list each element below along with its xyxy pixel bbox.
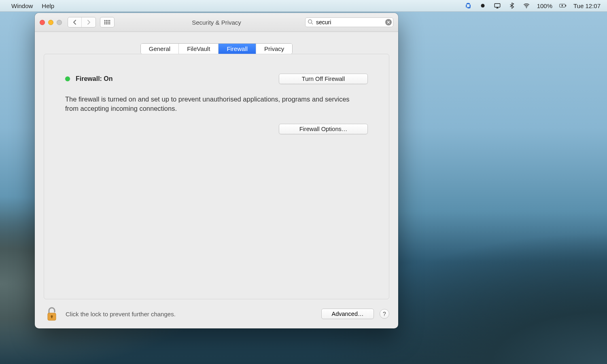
- svg-point-9: [104, 22, 106, 23]
- search-clear-button[interactable]: [385, 19, 392, 25]
- lock-icon[interactable]: [44, 306, 60, 322]
- bluetooth-icon[interactable]: [508, 2, 516, 10]
- window-titlebar: Security & Privacy: [35, 13, 398, 32]
- toolbar-search: [305, 17, 393, 27]
- svg-rect-21: [51, 316, 53, 318]
- window-close-button[interactable]: [40, 20, 45, 25]
- svg-point-0: [481, 4, 484, 8]
- svg-point-14: [106, 23, 107, 25]
- menubar-clock[interactable]: Tue 12:07: [573, 2, 601, 9]
- lock-hint-text: Click the lock to prevent further change…: [66, 311, 176, 317]
- window-minimize-button[interactable]: [48, 20, 53, 25]
- svg-point-8: [109, 20, 110, 21]
- firewall-options-button[interactable]: Firewall Options…: [279, 124, 368, 134]
- svg-point-10: [106, 22, 107, 23]
- show-all-prefs-button[interactable]: [100, 17, 115, 28]
- menubar-item-window[interactable]: Window: [11, 2, 33, 9]
- svg-point-13: [104, 23, 106, 25]
- firewall-pane: Firewall: On Turn Off Firewall The firew…: [44, 54, 389, 299]
- firewall-description: The firewall is turned on and set up to …: [65, 95, 365, 113]
- turn-off-firewall-button[interactable]: Turn Off Firewall: [279, 74, 368, 84]
- pref-tabs: General FileVault Firewall Privacy: [140, 43, 293, 54]
- battery-percent[interactable]: 100%: [537, 2, 552, 9]
- help-button[interactable]: ?: [380, 309, 389, 319]
- tab-filevault[interactable]: FileVault: [179, 44, 219, 54]
- forward-button: [82, 17, 96, 27]
- system-preferences-window: Security & Privacy General FileVault Fir…: [35, 13, 398, 328]
- airplay-icon[interactable]: [493, 2, 501, 10]
- window-traffic-lights: [40, 20, 62, 25]
- svg-point-12: [109, 22, 110, 23]
- macos-menubar: Window Help 100% Tue 12:07: [0, 0, 607, 12]
- firewall-status-dot: [65, 76, 70, 81]
- tab-privacy[interactable]: Privacy: [256, 44, 292, 54]
- advanced-button[interactable]: Advanced…: [321, 309, 374, 319]
- search-input[interactable]: [305, 17, 393, 27]
- battery-charging-icon[interactable]: [559, 2, 567, 10]
- svg-rect-4: [565, 5, 566, 6]
- back-button[interactable]: [68, 17, 82, 27]
- menubar-item-help[interactable]: Help: [42, 2, 54, 9]
- menubar-app-icon[interactable]: [464, 2, 472, 10]
- svg-point-7: [108, 20, 109, 21]
- svg-point-11: [108, 22, 109, 23]
- window-zoom-button: [57, 20, 62, 25]
- svg-rect-1: [495, 4, 500, 7]
- svg-point-17: [308, 20, 312, 23]
- svg-point-15: [108, 23, 109, 25]
- svg-point-16: [109, 23, 110, 25]
- svg-point-6: [106, 20, 107, 21]
- search-icon: [308, 19, 313, 26]
- svg-point-2: [526, 7, 527, 8]
- wifi-icon[interactable]: [522, 2, 531, 10]
- tab-firewall[interactable]: Firewall: [219, 44, 256, 54]
- pref-footer: Click the lock to prevent further change…: [35, 299, 398, 328]
- tab-general[interactable]: General: [141, 44, 179, 54]
- firewall-status-label: Firewall: On: [76, 75, 113, 83]
- toolbar-nav-segment: [68, 17, 96, 28]
- svg-point-5: [104, 20, 106, 21]
- menubar-status-dot-icon[interactable]: [479, 2, 487, 10]
